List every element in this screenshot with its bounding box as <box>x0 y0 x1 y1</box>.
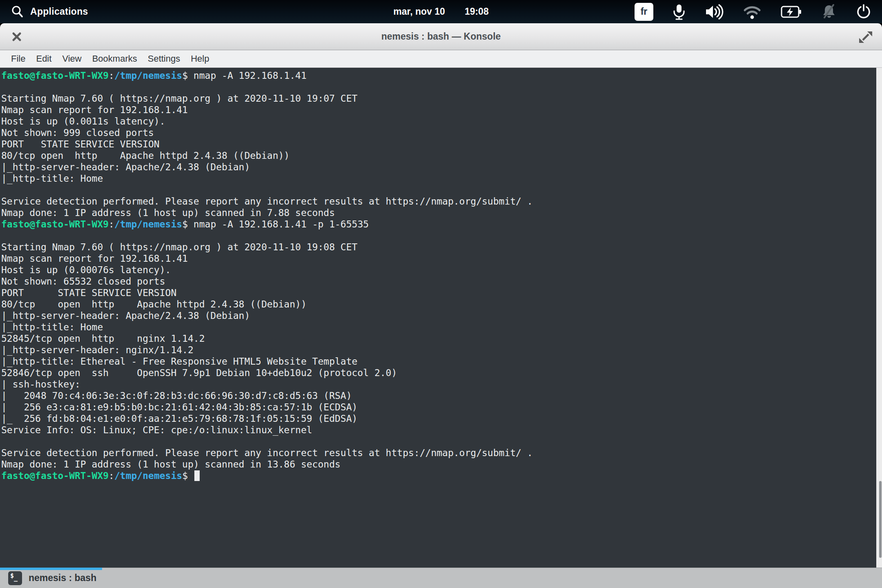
terminal-line <box>1 230 876 241</box>
menu-help[interactable]: Help <box>185 53 214 64</box>
clock-date: mar, nov 10 <box>393 6 445 17</box>
tab-bar: $_ nemesis : bash <box>0 568 882 588</box>
konsole-terminal-icon: $_ <box>8 571 22 585</box>
clock-widget[interactable]: mar, nov 10 19:08 <box>393 0 488 23</box>
terminal-line: Host is up (0.00076s latency). <box>1 264 876 276</box>
terminal-line: Service detection performed. Please repo… <box>1 447 876 459</box>
terminal-scrollbar[interactable] <box>876 68 882 568</box>
terminal-line <box>1 184 876 196</box>
terminal-line: Service detection performed. Please repo… <box>1 196 876 207</box>
terminal-line: Starting Nmap 7.60 ( https://nmap.org ) … <box>1 241 876 253</box>
terminal-line: | 2048 70:c4:06:3e:3c:0f:28:b3:dc:66:96:… <box>1 390 876 401</box>
maximize-icon[interactable] <box>858 30 873 45</box>
terminal-line: 52845/tcp open http nginx 1.14.2 <box>1 333 876 344</box>
terminal-line: | 256 e3:ca:81:e9:b5:b0:bc:21:61:42:04:3… <box>1 401 876 413</box>
notifications-muted-bell-icon[interactable] <box>821 4 837 20</box>
applications-menu-label: Applications <box>30 6 88 17</box>
window-title: nemesis : bash — Konsole <box>381 31 501 42</box>
clock-time: 19:08 <box>465 6 489 17</box>
terminal-line: Not shown: 999 closed ports <box>1 127 876 138</box>
terminal-line: |_http-server-header: nginx/1.14.2 <box>1 344 876 356</box>
terminal-line: |_http-title: Ethereal - Free Responsive… <box>1 356 876 367</box>
terminal-line: Service Info: OS: Linux; CPE: cpe:/o:lin… <box>1 424 876 436</box>
microphone-icon[interactable] <box>672 4 686 20</box>
keyboard-layout-label: fr <box>641 6 648 17</box>
menu-file[interactable]: File <box>6 53 31 64</box>
terminal-line: |_http-title: Home <box>1 321 876 333</box>
terminal-line: 52846/tcp open ssh OpenSSH 7.9p1 Debian … <box>1 367 876 379</box>
menu-view[interactable]: View <box>57 53 87 64</box>
terminal-area[interactable]: fasto@fasto-WRT-WX9:/tmp/nemesis$ nmap -… <box>0 68 882 568</box>
terminal-line: Nmap scan report for 192.168.1.41 <box>1 104 876 116</box>
terminal-line <box>1 81 876 93</box>
terminal-line: Nmap done: 1 IP address (1 host up) scan… <box>1 207 876 218</box>
terminal-line: Starting Nmap 7.60 ( https://nmap.org ) … <box>1 93 876 104</box>
applications-menu-button[interactable]: Applications <box>11 5 88 19</box>
menu-settings[interactable]: Settings <box>143 53 186 64</box>
menubar: File Edit View Bookmarks Settings Help <box>0 50 882 68</box>
terminal-line: 80/tcp open http Apache httpd 2.4.38 ((D… <box>1 150 876 161</box>
search-icon <box>11 5 24 19</box>
menu-edit[interactable]: Edit <box>31 53 57 64</box>
konsole-window: nemesis : bash — Konsole File Edit View … <box>0 23 882 588</box>
power-icon[interactable] <box>856 4 871 20</box>
terminal-line: fasto@fasto-WRT-WX9:/tmp/nemesis$ <box>1 470 876 481</box>
wifi-icon[interactable] <box>742 4 762 20</box>
terminal-line: Host is up (0.0011s latency). <box>1 116 876 127</box>
terminal-line: | ssh-hostkey: <box>1 379 876 390</box>
system-tray: fr <box>635 3 871 21</box>
terminal-line: Nmap scan report for 192.168.1.41 <box>1 253 876 264</box>
window-titlebar[interactable]: nemesis : bash — Konsole <box>0 23 882 50</box>
terminal-line <box>1 436 876 447</box>
terminal-line: Not shown: 65532 closed ports <box>1 276 876 287</box>
close-icon[interactable] <box>10 30 24 44</box>
battery-charging-icon[interactable] <box>781 4 802 19</box>
terminal-line: 80/tcp open http Apache httpd 2.4.38 ((D… <box>1 298 876 310</box>
volume-icon[interactable] <box>705 4 724 20</box>
terminal-line: fasto@fasto-WRT-WX9:/tmp/nemesis$ nmap -… <box>1 70 876 81</box>
terminal-line: |_ 256 fd:b8:04:e1:e0:0f:aa:21:e5:79:68:… <box>1 413 876 424</box>
terminal-line: Nmap done: 1 IP address (1 host up) scan… <box>1 459 876 470</box>
terminal-line: |_http-server-header: Apache/2.4.38 (Deb… <box>1 310 876 321</box>
terminal-cursor <box>194 470 200 481</box>
tab-nemesis-bash[interactable]: $_ nemesis : bash <box>0 568 102 588</box>
terminal-line: PORT STATE SERVICE VERSION <box>1 287 876 298</box>
tab-label: nemesis : bash <box>29 572 96 584</box>
keyboard-layout-indicator[interactable]: fr <box>635 3 653 21</box>
terminal-line: fasto@fasto-WRT-WX9:/tmp/nemesis$ nmap -… <box>1 218 876 230</box>
terminal-line: PORT STATE SERVICE VERSION <box>1 138 876 150</box>
system-top-panel: Applications mar, nov 10 19:08 fr <box>0 0 882 23</box>
scrollbar-thumb[interactable] <box>879 481 882 558</box>
terminal-line: |_http-title: Home <box>1 173 876 184</box>
terminal-line: |_http-server-header: Apache/2.4.38 (Deb… <box>1 161 876 173</box>
menu-bookmarks[interactable]: Bookmarks <box>87 53 143 64</box>
terminal-output[interactable]: fasto@fasto-WRT-WX9:/tmp/nemesis$ nmap -… <box>0 68 876 568</box>
